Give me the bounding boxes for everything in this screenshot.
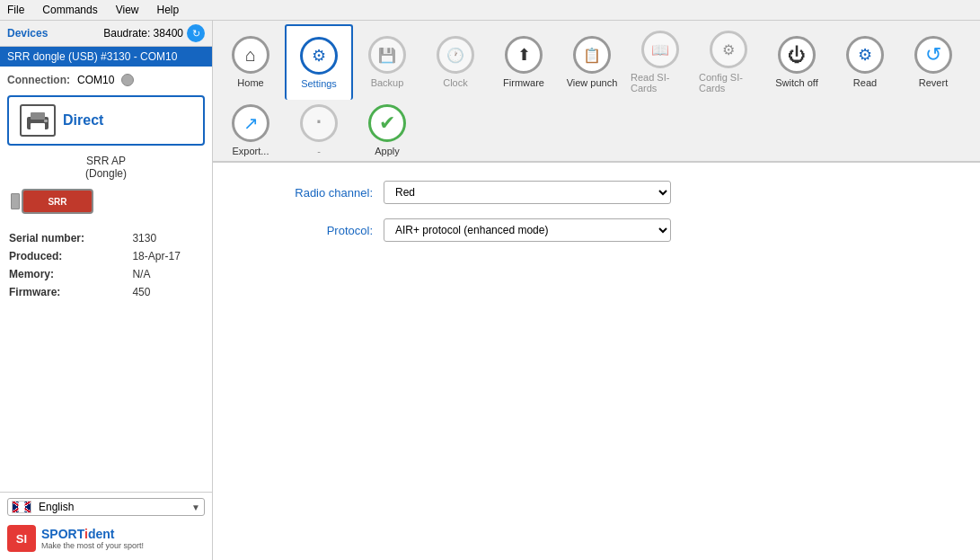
revert-icon xyxy=(914,36,952,74)
firmware-label: Firmware xyxy=(503,77,544,88)
baudrate-label: Baudrate: 38400 xyxy=(103,27,183,40)
backup-icon xyxy=(368,36,406,74)
menu-file[interactable]: File xyxy=(4,2,28,18)
switchoff-label: Switch off xyxy=(775,77,818,88)
dot-icon xyxy=(300,104,338,142)
protocol-select[interactable]: AIR+ protocol (enhanced mode) Standard p… xyxy=(384,218,671,242)
connection-row: Connection: COM10 xyxy=(7,74,205,86)
firmware-row: Firmware: 450 xyxy=(9,284,203,300)
srr-dongle-visual: SRR xyxy=(7,185,205,218)
read-icon xyxy=(846,36,884,74)
connection-label: Connection: xyxy=(7,74,70,86)
sidebar-header: Devices Baudrate: 38400 ↻ xyxy=(0,21,212,47)
toolbar-btn-firmware[interactable]: Firmware xyxy=(490,24,558,98)
device-item[interactable]: SRR dongle (USB) #3130 - COM10 xyxy=(0,47,212,67)
viewpunch-label: View punch xyxy=(567,77,618,88)
export-icon xyxy=(232,104,269,142)
radio-channel-label: Radio channel: xyxy=(240,186,384,200)
device-info-table: Serial number: 3130 Produced: 18-Apr-17 … xyxy=(7,228,205,302)
menu-help[interactable]: Help xyxy=(154,2,183,18)
readsi-label: Read SI-Cards xyxy=(631,72,690,93)
settings-icon xyxy=(300,37,338,75)
direct-label: Direct xyxy=(63,112,103,129)
si-text: SPORTident Make the most of your sport! xyxy=(41,527,144,550)
home-icon xyxy=(232,36,269,74)
toolbar-btn-export[interactable]: Export... xyxy=(216,98,285,161)
revert-label: Revert xyxy=(919,77,948,88)
sidebar: Devices Baudrate: 38400 ↻ SRR dongle (US… xyxy=(0,21,213,560)
protocol-row: Protocol: AIR+ protocol (enhanced mode) … xyxy=(240,218,953,242)
devices-label: Devices xyxy=(7,27,48,40)
connection-dot xyxy=(121,74,134,86)
flag-icon xyxy=(12,501,31,513)
si-brand-name: SPORTident xyxy=(41,527,144,541)
backup-label: Backup xyxy=(371,77,404,88)
toolbar-btn-revert[interactable]: Revert xyxy=(899,24,967,98)
menu-commands[interactable]: Commands xyxy=(39,2,101,18)
toolbar-btn-backup[interactable]: Backup xyxy=(353,24,421,98)
firmware-value: 450 xyxy=(132,284,203,300)
svg-rect-3 xyxy=(44,120,48,122)
protocol-label: Protocol: xyxy=(240,224,384,237)
toolbar-btn-home[interactable]: Home xyxy=(216,24,285,98)
menu-view[interactable]: View xyxy=(112,2,143,18)
baudrate-refresh-button[interactable]: ↻ xyxy=(187,24,205,42)
si-logo-icon: SI xyxy=(7,525,36,552)
si-tagline: Make the most of your sport! xyxy=(41,541,144,550)
toolbar-btn-settings[interactable]: Settings xyxy=(285,24,353,100)
sidebar-footer: English ▼ SI SPORTident Make the most of… xyxy=(0,492,212,560)
switchoff-icon xyxy=(778,36,816,74)
memory-row: Memory: N/A xyxy=(9,266,203,282)
read-label: Read xyxy=(853,77,877,88)
toolbar-btn-apply[interactable]: Apply xyxy=(353,98,421,161)
produced-row: Produced: 18-Apr-17 xyxy=(9,248,203,264)
language-selector[interactable]: English ▼ xyxy=(7,498,205,516)
toolbar-btn-clock[interactable]: Clock xyxy=(421,24,490,98)
srr-ap-label: SRR AP (Dongle) xyxy=(7,155,205,180)
configsi-icon xyxy=(710,31,747,68)
produced-label: Produced: xyxy=(9,248,130,264)
produced-value: 18-Apr-17 xyxy=(132,248,203,264)
radio-channel-row: Radio channel: Red Blue Green Yellow xyxy=(240,181,953,204)
memory-label: Memory: xyxy=(9,266,130,282)
toolbar-btn-separator: - xyxy=(285,98,353,161)
serial-number-label: Serial number: xyxy=(9,230,130,246)
baudrate-area: Baudrate: 38400 ↻ xyxy=(103,24,205,42)
toolbar-btn-viewpunch[interactable]: View punch xyxy=(558,24,626,98)
dongle-body: SRR xyxy=(22,189,93,214)
sidebar-content: Connection: COM10 Direct SRR AP (Dong xyxy=(0,67,212,492)
language-label: English xyxy=(35,501,188,513)
toolbar-btn-configsi[interactable]: Config SI-Cards xyxy=(694,24,763,98)
menubar: File Commands View Help xyxy=(0,0,980,21)
home-label: Home xyxy=(237,77,263,88)
svg-rect-1 xyxy=(31,112,45,120)
main-layout: Devices Baudrate: 38400 ↻ SRR dongle (US… xyxy=(0,21,980,560)
svg-rect-2 xyxy=(31,123,45,130)
readsi-icon xyxy=(641,31,679,68)
dot-label: - xyxy=(317,146,321,156)
right-panel: Home Settings Backup Clock xyxy=(213,21,980,560)
export-label: Export... xyxy=(233,146,269,156)
firmware-icon xyxy=(505,36,543,74)
toolbar-btn-read[interactable]: Read xyxy=(831,24,899,98)
serial-number-value: 3130 xyxy=(132,230,203,246)
serial-number-row: Serial number: 3130 xyxy=(9,230,203,246)
apply-label: Apply xyxy=(375,146,400,156)
connection-value: COM10 xyxy=(77,74,114,86)
viewpunch-icon xyxy=(573,36,611,74)
sportident-logo: SI SPORTident Make the most of your spor… xyxy=(7,521,205,556)
configsi-label: Config SI-Cards xyxy=(699,72,758,93)
apply-icon xyxy=(368,104,406,142)
toolbar-btn-readsi[interactable]: Read SI-Cards xyxy=(626,24,694,98)
toolbar-btn-switchoff[interactable]: Switch off xyxy=(763,24,831,98)
settings-content: Radio channel: Red Blue Green Yellow Pro… xyxy=(213,163,980,560)
memory-value: N/A xyxy=(132,266,203,282)
radio-channel-select[interactable]: Red Blue Green Yellow xyxy=(384,181,671,204)
language-arrow: ▼ xyxy=(191,502,200,512)
settings-label: Settings xyxy=(301,78,337,89)
clock-icon xyxy=(437,36,474,74)
usb-connector xyxy=(11,193,20,209)
firmware-label: Firmware: xyxy=(9,284,130,300)
direct-box[interactable]: Direct xyxy=(7,95,205,146)
printer-icon xyxy=(20,104,56,137)
